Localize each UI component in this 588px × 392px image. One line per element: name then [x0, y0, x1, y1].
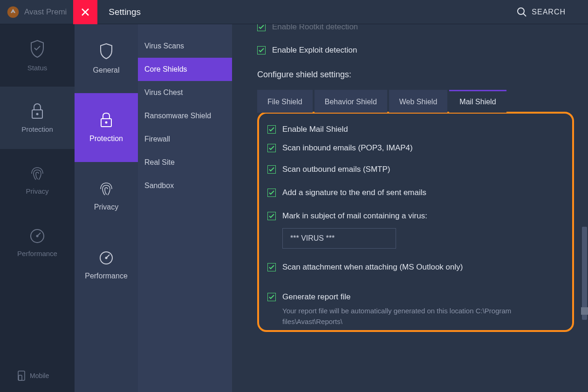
tab-behavior-shield[interactable]: Behavior Shield	[315, 90, 387, 113]
svg-point-9	[105, 122, 108, 124]
signature-checkbox[interactable]	[267, 189, 276, 197]
subnav-sandbox[interactable]: Sandbox	[138, 174, 232, 197]
sidebar-item-protection[interactable]: Protection	[0, 87, 75, 149]
nav-label: Protection	[21, 125, 53, 133]
scan-attach-checkbox[interactable]	[267, 263, 276, 271]
category-privacy[interactable]: Privacy	[75, 162, 138, 231]
shield-check-icon	[29, 40, 45, 58]
fingerprint-icon	[99, 182, 114, 196]
close-icon	[81, 8, 89, 16]
signature-row: Add a signature to the end of sent email…	[267, 188, 564, 197]
report-description: Your report file will be automatically g…	[282, 305, 557, 327]
nav-label: Protection	[89, 135, 123, 143]
rootkit-label: Enable Rootkit detection	[272, 24, 358, 32]
fingerprint-icon	[29, 166, 45, 182]
svg-rect-7	[19, 375, 22, 380]
subnav-core-shields[interactable]: Core Shields	[138, 58, 232, 81]
report-row: Generate report file	[267, 292, 564, 302]
nav-label: Performance	[85, 272, 128, 280]
nav-label: General	[93, 66, 120, 74]
tab-mail-shield[interactable]: Mail Shield	[449, 90, 506, 113]
app-logo: Avast Premi	[0, 6, 73, 19]
scrollbar-grip[interactable]	[581, 307, 588, 315]
nav-label: Privacy	[26, 187, 48, 195]
rootkit-detection-row: Enable Rootkit detection	[257, 24, 588, 32]
exploit-label: Enable Exploit detection	[272, 46, 357, 55]
app-name: Avast Premi	[24, 7, 67, 17]
sidebar-item-mobile[interactable]: Mobile	[0, 361, 75, 392]
primary-sidebar: Status Protection Privacy Performance Mo…	[0, 24, 75, 392]
scan-attach-label: Scan attachment when attaching (MS Outlo…	[282, 263, 463, 272]
search-button[interactable]: SEARCH	[517, 7, 588, 17]
subnav-virus-chest[interactable]: Virus Chest	[138, 81, 232, 104]
report-checkbox[interactable]	[267, 293, 276, 301]
gauge-icon	[99, 250, 114, 265]
category-performance[interactable]: Performance	[75, 231, 138, 300]
svg-point-5	[36, 235, 39, 237]
scrollbar-thumb[interactable]	[582, 227, 587, 320]
outbound-checkbox[interactable]	[267, 165, 276, 174]
subnav-real-site[interactable]: Real Site	[138, 151, 232, 174]
nav-label: Performance	[17, 250, 57, 257]
mobile-icon	[18, 371, 25, 381]
search-icon	[517, 7, 527, 17]
category-protection[interactable]: Protection	[75, 93, 138, 162]
sidebar-item-privacy[interactable]: Privacy	[0, 149, 75, 211]
outbound-row: Scan outbound emails (SMTP)	[267, 165, 564, 174]
settings-subnav: Virus Scans Core Shields Virus Chest Ran…	[138, 24, 232, 392]
svg-point-11	[105, 257, 108, 259]
rootkit-checkbox[interactable]	[257, 24, 266, 31]
settings-content: Enable Rootkit detection Enable Exploit …	[232, 24, 588, 392]
svg-point-0	[7, 6, 19, 18]
avast-logo-icon	[7, 6, 20, 19]
gauge-icon	[29, 228, 45, 244]
mark-subject-row: Mark in subject of mail containing a vir…	[267, 211, 564, 221]
subnav-ransomware-shield[interactable]: Ransomware Shield	[138, 104, 232, 128]
inbound-checkbox[interactable]	[267, 144, 276, 152]
shield-icon	[99, 43, 113, 60]
tab-web-shield[interactable]: Web Shield	[389, 90, 448, 113]
header: Avast Premi Settings SEARCH	[0, 0, 588, 24]
category-general[interactable]: General	[75, 24, 138, 93]
scan-attach-row: Scan attachment when attaching (MS Outlo…	[267, 263, 564, 272]
enable-mail-checkbox[interactable]	[267, 125, 276, 134]
nav-label: Privacy	[94, 203, 118, 211]
shield-tabs: File Shield Behavior Shield Web Shield M…	[257, 90, 588, 113]
exploit-checkbox[interactable]	[257, 46, 266, 54]
inbound-row: Scan inbound emails (POP3, IMAP4)	[267, 143, 564, 153]
sidebar-item-performance[interactable]: Performance	[0, 211, 75, 274]
subnav-virus-scans[interactable]: Virus Scans	[138, 34, 232, 58]
report-label: Generate report file	[282, 292, 350, 302]
subnav-firewall[interactable]: Firewall	[138, 128, 232, 151]
exploit-detection-row: Enable Exploit detection	[257, 46, 588, 55]
mail-shield-highlight: Enable Mail Shield Scan inbound emails (…	[257, 112, 574, 332]
virus-subject-input[interactable]	[282, 228, 396, 249]
nav-label: Status	[27, 64, 48, 72]
tab-file-shield[interactable]: File Shield	[257, 90, 313, 113]
mark-subject-label: Mark in subject of mail containing a vir…	[282, 211, 427, 221]
enable-mail-row: Enable Mail Shield	[267, 125, 564, 134]
outbound-label: Scan outbound emails (SMTP)	[282, 165, 390, 174]
close-button[interactable]	[73, 0, 97, 24]
svg-point-3	[36, 113, 39, 115]
mark-subject-checkbox[interactable]	[267, 212, 276, 220]
nav-label: Mobile	[30, 372, 49, 379]
search-label: SEARCH	[532, 8, 566, 16]
sidebar-item-status[interactable]: Status	[0, 24, 75, 87]
settings-title: Settings	[97, 7, 141, 17]
svg-point-1	[518, 8, 524, 14]
signature-label: Add a signature to the end of sent email…	[282, 188, 426, 197]
configure-heading: Configure shield settings:	[257, 70, 588, 80]
inbound-label: Scan inbound emails (POP3, IMAP4)	[282, 143, 413, 153]
lock-icon	[100, 112, 113, 128]
enable-mail-label: Enable Mail Shield	[282, 125, 348, 134]
settings-category-sidebar: General Protection Privacy Performance	[75, 24, 138, 392]
lock-icon	[30, 103, 44, 120]
